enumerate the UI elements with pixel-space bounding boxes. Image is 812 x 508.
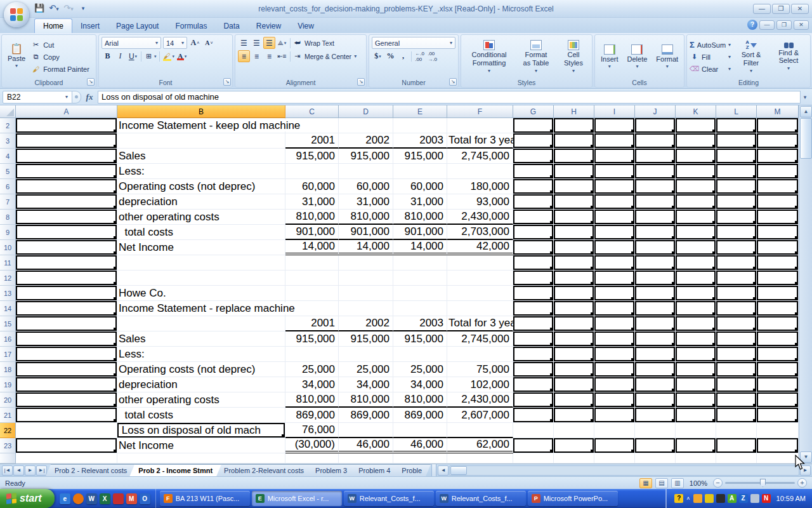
cell-C13[interactable]	[285, 286, 339, 301]
cell-J21[interactable]	[635, 408, 676, 423]
cell-C19[interactable]: 34,000	[285, 377, 339, 392]
column-header-H[interactable]: H	[554, 105, 594, 118]
cell-G8[interactable]	[513, 210, 554, 225]
cell-E20[interactable]: 810,000	[393, 392, 447, 408]
cell-C12[interactable]	[285, 271, 339, 286]
cell-H23[interactable]	[554, 438, 594, 453]
column-header-M[interactable]: M	[757, 105, 799, 118]
row-header-13[interactable]: 13	[0, 286, 16, 301]
cell-I4[interactable]	[594, 149, 635, 164]
cell-G6[interactable]	[513, 179, 554, 194]
cell-L13[interactable]	[716, 286, 757, 301]
cell-J11[interactable]	[635, 255, 676, 271]
row-header-20[interactable]: 20	[0, 392, 16, 408]
cell-M19[interactable]	[757, 377, 799, 392]
cell-H21[interactable]	[554, 408, 594, 423]
cell-J20[interactable]	[635, 392, 676, 408]
merge-center-button[interactable]: ⇥Merge & Center▾	[292, 50, 357, 62]
cell-M18[interactable]	[757, 362, 799, 377]
cell-I7[interactable]	[594, 194, 635, 210]
cell-L4[interactable]	[716, 149, 757, 164]
row-header-21[interactable]: 21	[0, 408, 16, 423]
cell-L10[interactable]	[716, 240, 757, 255]
cell-H20[interactable]	[554, 392, 594, 408]
outlook-icon[interactable]: O	[140, 493, 150, 504]
cell-J16[interactable]	[635, 331, 676, 347]
font-name-select[interactable]: Arial▾	[102, 37, 161, 49]
cell-L23[interactable]	[716, 438, 757, 453]
copy-button[interactable]: ⧉Copy	[31, 51, 89, 63]
cell-B11[interactable]	[117, 255, 285, 271]
ribbon-tab-formulas[interactable]: Formulas	[167, 19, 215, 33]
cell-C5[interactable]	[285, 164, 339, 179]
cell-A13[interactable]	[16, 286, 117, 301]
column-header-B[interactable]: B	[117, 105, 285, 118]
cell-D13[interactable]	[339, 286, 393, 301]
zoom-slider[interactable]: − +	[713, 478, 807, 488]
cell-G23[interactable]	[513, 438, 554, 453]
cell-styles-button[interactable]: Cell Styles▾	[558, 37, 589, 77]
cell-E11[interactable]	[393, 255, 447, 271]
cell-F14[interactable]	[447, 301, 513, 316]
firefox-icon[interactable]	[73, 493, 84, 504]
ribbon-tab-review[interactable]: Review	[248, 19, 289, 33]
excel-icon[interactable]: X	[100, 493, 110, 504]
cell-C18[interactable]: 25,000	[285, 362, 339, 377]
cell-E12[interactable]	[393, 271, 447, 286]
taskbar-window-excel[interactable]: EMicrosoft Excel - r...	[252, 491, 342, 506]
cell-J2[interactable]	[635, 118, 676, 133]
word-icon[interactable]: W	[86, 493, 97, 504]
messenger-tray-icon[interactable]	[693, 494, 702, 503]
cell-J13[interactable]	[635, 286, 676, 301]
cell-A5[interactable]	[16, 164, 117, 179]
cell-D7[interactable]: 31,000	[339, 194, 393, 210]
taskbar-window-word[interactable]: WRelevant_Costs_f...	[344, 491, 434, 506]
cell-A11[interactable]	[16, 255, 117, 271]
cell-C16[interactable]: 915,000	[285, 331, 339, 347]
cell-B7[interactable]: depreciation	[117, 194, 285, 210]
row-header-16[interactable]: 16	[0, 331, 16, 347]
cell-D9[interactable]: 901,000	[339, 225, 393, 240]
row-header-18[interactable]: 18	[0, 362, 16, 377]
zoom-level[interactable]: 100%	[690, 479, 707, 487]
cell-M22[interactable]	[757, 423, 799, 438]
cell-G18[interactable]	[513, 362, 554, 377]
column-header-A[interactable]: A	[16, 105, 117, 118]
cell-F16[interactable]: 2,745,000	[447, 331, 513, 347]
accounting-format-button[interactable]: $▾	[372, 50, 384, 62]
cell-K13[interactable]	[676, 286, 716, 301]
cell-L17[interactable]	[716, 347, 757, 362]
cell-C8[interactable]: 810,000	[285, 210, 339, 225]
cell-A15[interactable]	[16, 316, 117, 331]
cell-I18[interactable]	[594, 362, 635, 377]
cell-M23[interactable]	[757, 438, 799, 453]
cell-K11[interactable]	[676, 255, 716, 271]
cell-I15[interactable]	[594, 316, 635, 331]
vertical-scroll-thumb[interactable]	[800, 118, 812, 159]
bold-button[interactable]: B	[102, 50, 114, 62]
cell-G10[interactable]	[513, 240, 554, 255]
cell-F13[interactable]	[447, 286, 513, 301]
cell-C20[interactable]: 810,000	[285, 392, 339, 408]
cell-J12[interactable]	[635, 271, 676, 286]
taskbar-window-firefox[interactable]: FBA 213 W11 (Pasc...	[160, 491, 250, 506]
cell-K4[interactable]	[676, 149, 716, 164]
cell-M6[interactable]	[757, 179, 799, 194]
cell-I12[interactable]	[594, 271, 635, 286]
cell-C9[interactable]: 901,000	[285, 225, 339, 240]
expand-formula-bar-icon[interactable]: ▾	[801, 94, 809, 100]
column-header-I[interactable]: I	[594, 105, 635, 118]
cell-L3[interactable]	[716, 133, 757, 149]
tab-split-handle[interactable]	[431, 464, 436, 476]
cell-A20[interactable]	[16, 392, 117, 408]
cell-F10[interactable]: 42,000	[447, 240, 513, 255]
cell-E8[interactable]: 810,000	[393, 210, 447, 225]
cell-F6[interactable]: 180,000	[447, 179, 513, 194]
first-sheet-button[interactable]: |◄	[2, 465, 13, 476]
cell-K10[interactable]	[676, 240, 716, 255]
cell-F8[interactable]: 2,430,000	[447, 210, 513, 225]
cell-B8[interactable]: other operating costs	[117, 210, 285, 225]
cell-F23[interactable]: 62,000	[447, 438, 513, 453]
formula-input[interactable]: Loss on disposal of old machine	[98, 91, 801, 104]
cell-G13[interactable]	[513, 286, 554, 301]
